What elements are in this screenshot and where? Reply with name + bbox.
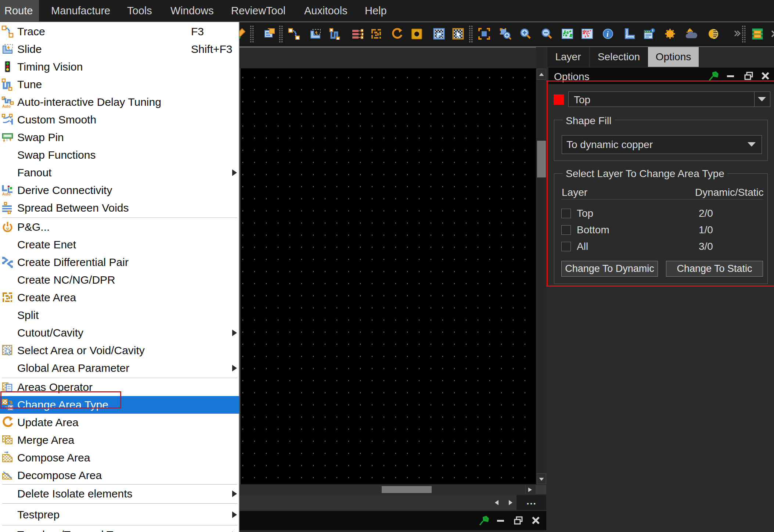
svg-text:Auto: Auto (2, 192, 11, 196)
svg-text:i: i (606, 30, 609, 38)
svg-text:Auto: Auto (2, 104, 11, 108)
